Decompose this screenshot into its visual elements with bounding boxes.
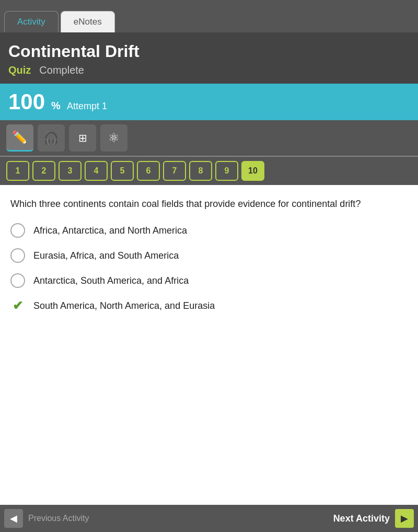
pencil-tool-button[interactable]: ✏️ — [6, 124, 33, 152]
toolbar: ✏️ 🎧 ⊞ ⚛ — [0, 120, 418, 157]
radio-a — [10, 223, 25, 238]
radio-b — [10, 248, 25, 263]
nav-left: ◀ Previous Activity — [4, 509, 89, 528]
bottom-nav: ◀ Previous Activity Next Activity ▶ — [0, 505, 418, 532]
question-nav-btn-4[interactable]: 4 — [85, 161, 108, 181]
calculator-tool-button[interactable]: ⊞ — [69, 124, 96, 152]
question-nav-btn-2[interactable]: 2 — [32, 161, 55, 181]
option-d[interactable]: ✔ South America, North America, and Eura… — [10, 298, 408, 313]
left-arrow-icon: ◀ — [10, 513, 17, 524]
quiz-status: Quiz Complete — [8, 64, 410, 76]
nav-right: Next Activity ▶ — [333, 509, 414, 528]
question-text: Which three continents contain coal fiel… — [10, 198, 408, 211]
score-number: 100 — [8, 91, 45, 113]
question-nav-btn-6[interactable]: 6 — [137, 161, 160, 181]
option-b[interactable]: Eurasia, Africa, and South America — [10, 248, 408, 263]
next-arrow-button[interactable]: ▶ — [395, 509, 414, 528]
option-d-text: South America, North America, and Eurasi… — [33, 300, 215, 311]
question-nav: 1 2 3 4 5 6 7 8 9 10 — [0, 157, 418, 185]
pencil-icon: ✏️ — [12, 130, 28, 145]
complete-label: Complete — [39, 64, 84, 76]
tab-activity[interactable]: Activity — [4, 11, 59, 32]
atom-icon: ⚛ — [108, 131, 120, 145]
option-c[interactable]: Antarctica, South America, and Africa — [10, 273, 408, 288]
question-area: Which three continents contain coal fiel… — [0, 185, 418, 336]
question-nav-btn-8[interactable]: 8 — [189, 161, 212, 181]
question-nav-btn-7[interactable]: 7 — [163, 161, 186, 181]
headphone-tool-button[interactable]: 🎧 — [38, 124, 65, 152]
question-nav-btn-9[interactable]: 9 — [215, 161, 238, 181]
main-content: Which three continents contain coal fiel… — [0, 185, 418, 532]
option-a-text: Africa, Antarctica, and North America — [33, 225, 187, 236]
atom-tool-button[interactable]: ⚛ — [100, 124, 127, 152]
prev-activity-label: Previous Activity — [28, 514, 89, 523]
question-nav-btn-10[interactable]: 10 — [241, 161, 264, 181]
attempt-label: Attempt 1 — [67, 101, 107, 112]
option-a[interactable]: Africa, Antarctica, and North America — [10, 223, 408, 238]
option-c-text: Antarctica, South America, and Africa — [33, 275, 189, 286]
prev-arrow-button[interactable]: ◀ — [4, 509, 23, 528]
score-percent: % — [51, 100, 61, 112]
question-nav-btn-5[interactable]: 5 — [111, 161, 134, 181]
headphone-icon: 🎧 — [43, 131, 59, 145]
lesson-title: Continental Drift — [8, 42, 410, 61]
tab-bar: Activity eNotes — [0, 0, 418, 32]
right-arrow-icon: ▶ — [401, 513, 408, 524]
question-nav-btn-1[interactable]: 1 — [6, 161, 29, 181]
radio-c — [10, 273, 25, 288]
tab-enotes[interactable]: eNotes — [61, 11, 115, 32]
content-wrapper: Continental Drift Quiz Complete 100 % At… — [0, 32, 418, 532]
calculator-icon: ⊞ — [78, 132, 87, 144]
next-activity-label: Next Activity — [333, 513, 390, 524]
score-bar: 100 % Attempt 1 — [0, 84, 418, 120]
correct-checkmark-icon: ✔ — [10, 298, 25, 313]
question-nav-btn-3[interactable]: 3 — [59, 161, 82, 181]
header-area: Continental Drift Quiz Complete — [0, 32, 418, 84]
quiz-label: Quiz — [8, 64, 31, 76]
option-b-text: Eurasia, Africa, and South America — [33, 250, 179, 261]
